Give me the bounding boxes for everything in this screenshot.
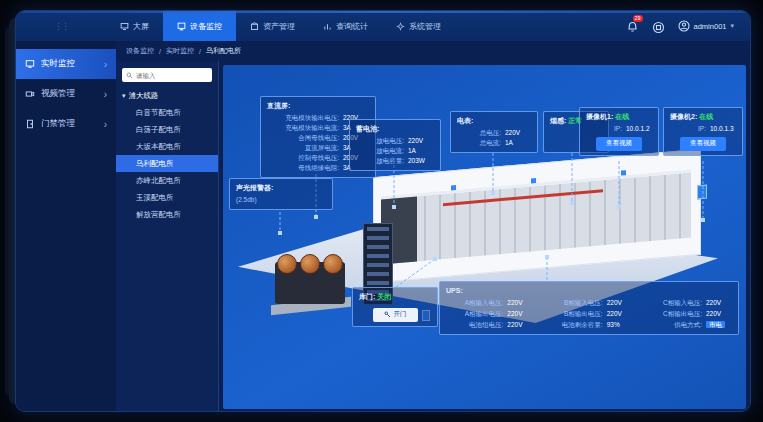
monitor-icon [177,22,186,31]
field-label: 控制母线电压: [267,153,339,163]
field-value: 203W [408,156,434,166]
tree-item-selected[interactable]: 乌利配电所 [116,155,218,172]
tab-dashboard[interactable]: 大屏 [106,11,163,41]
gear-icon [396,22,405,31]
field-label: 放电容量: [356,156,404,166]
field-value: 220V [408,136,434,146]
field-label: IP: [670,124,706,134]
station-3d-view: 直流屏: 充电模块输出电压:220V 充电模块输出电流:3A 合闸母线电压:20… [223,65,746,409]
open-door-button[interactable]: 开门 [373,308,418,322]
panel-title: 声光报警器: [236,183,326,194]
breadcrumb-current: 乌利配电所 [206,46,241,56]
field-label: C相输入电压: [645,298,702,308]
chevron-expanded-icon: ▾ [122,92,126,100]
notification-bell-button[interactable]: 29 [626,20,639,33]
field-value: 220V [607,309,633,319]
tab-query-statistics[interactable]: 查询统计 [309,11,382,41]
panel-title: 电表: [457,116,531,127]
avatar-icon [678,20,690,32]
station-tree-panel: ▾ 浦大线路 白音节配电所 白荡子配电所 大坂本配电所 乌利配电所 赤峰北配电所… [116,61,219,412]
tree-group-label: 浦大线路 [129,91,159,101]
field-label: 供电方式: [645,320,702,330]
screen-icon [120,22,129,31]
battery-panel: 蓄电池: 放电电压:220V 放电电流:1A 放电容量:203W [349,119,441,171]
view-video-button[interactable]: 查看视频 [596,137,642,151]
tree-item[interactable]: 白音节配电所 [122,104,212,121]
tree-item[interactable]: 解放营配电所 [122,206,212,223]
field-value: 220V [607,298,633,308]
field-value: 1A [408,146,434,156]
wall-device [697,185,707,200]
sidebar-item-realtime-monitoring[interactable]: 实时监控 › [16,49,116,79]
tab-system-management[interactable]: 系统管理 [382,11,455,41]
nav-label: 设备监控 [190,21,222,32]
app-window: ⋮⋮ 大屏 设备监控 资产管理 查询统计 系统管理 29 [15,10,751,412]
field-label: 放电电流: [356,146,404,156]
breadcrumb: 设备监控 / 实时监控 / 乌利配电所 [116,41,750,61]
bell-icon [626,21,639,34]
field-value: 220V [505,128,531,138]
panel-title: UPS: [446,286,732,297]
fullscreen-icon [652,21,665,34]
breadcrumb-separator: / [199,48,201,55]
field-label: 合闸母线电压: [267,133,339,143]
field-value: 10.0.1.2 [626,124,652,134]
field-label: A相输入电压: [446,298,503,308]
tree-item[interactable]: 大坂本配电所 [122,138,212,155]
field-value: 220V [507,298,533,308]
field-label: B相输入电压: [545,298,602,308]
meter-panel: 电表: 总电压:220V 总电流:1A [450,111,538,153]
nav-label: 系统管理 [409,21,441,32]
tree-item[interactable]: 白荡子配电所 [122,121,212,138]
status-badge: 在线 [699,113,713,120]
tree-item[interactable]: 玉溪配电所 [122,189,212,206]
tree-item[interactable]: 赤峰北配电所 [122,172,212,189]
sidebar: 实时监控 › 视频管理 › 门禁管理 › [16,41,116,412]
nav-label: 查询统计 [336,21,368,32]
breadcrumb-item[interactable]: 设备监控 [126,46,154,56]
search-icon [126,72,133,79]
view-video-button[interactable]: 查看视频 [680,137,726,151]
username: admin001 [694,22,727,31]
transformer-coil [300,254,320,274]
box-icon [250,22,259,31]
key-icon [384,311,391,318]
door-icon [25,119,35,129]
sidebar-item-video-management[interactable]: 视频管理 › [16,79,116,109]
transformer-coil [323,254,343,274]
chevron-right-icon: › [104,59,107,70]
fullscreen-button[interactable] [652,20,665,33]
sidebar-item-label: 实时监控 [41,58,75,70]
tree-group[interactable]: ▾ 浦大线路 [122,91,212,101]
device-marker [451,185,456,190]
field-label: IP: [586,124,622,134]
sidebar-item-access-control[interactable]: 门禁管理 › [16,109,116,139]
nav-label: 资产管理 [263,21,295,32]
sidebar-item-label: 门禁管理 [41,118,75,130]
ups-panel: UPS: A相输入电压:220V B相输入电压:220V C相输入电压:220V… [439,281,739,335]
top-right-actions: 29 admin001 ▾ [626,11,750,41]
field-label: C相输出电压: [645,309,702,319]
breadcrumb-separator: / [159,48,161,55]
user-menu[interactable]: admin001 ▾ [678,20,734,32]
chevron-right-icon: › [104,89,107,100]
status-badge: 关闭 [377,293,391,300]
field-label: 母线绝缘电阻: [267,163,339,173]
field-value: 1A [505,138,531,148]
field-value: 220V [706,309,732,319]
field-label: A相输出电压: [446,309,503,319]
nav-label: 大屏 [133,21,149,32]
top-nav: ⋮⋮ 大屏 设备监控 资产管理 查询统计 系统管理 29 [16,11,750,41]
tab-device-monitoring[interactable]: 设备监控 [163,11,236,41]
sidebar-item-label: 视频管理 [41,88,75,100]
chart-icon [323,22,332,31]
alarm-panel: 声光报警器: (2.5db) [229,178,333,210]
breadcrumb-item[interactable]: 实时监控 [166,46,194,56]
chevron-right-icon: › [104,119,107,130]
power-mode-badge: 市电 [706,321,725,328]
field-value: 220V [507,309,533,319]
panel-title: 库门: 关闭 [359,292,431,303]
tab-asset-management[interactable]: 资产管理 [236,11,309,41]
tree-search[interactable] [122,68,212,82]
search-input[interactable] [136,72,208,79]
